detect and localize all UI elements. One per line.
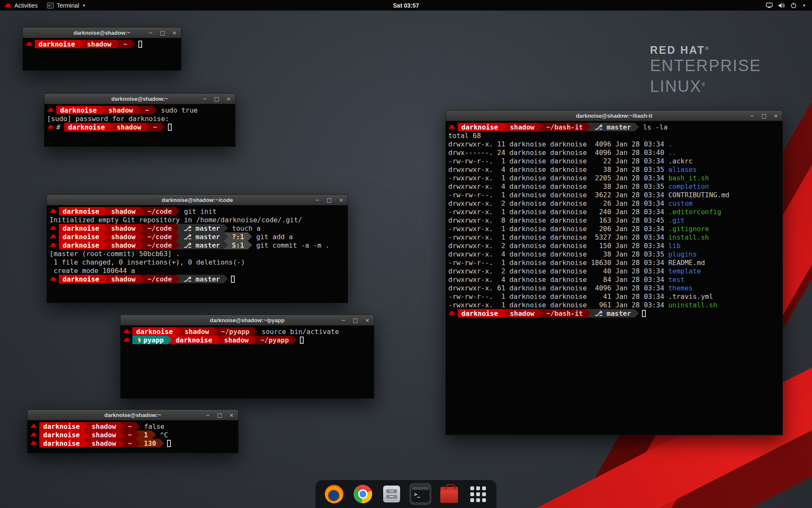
terminal-line: darknoiseshadow~/code⎇ master?:1 git add… — [49, 232, 345, 241]
minimize-button[interactable]: − — [202, 96, 208, 102]
terminal-text: -rw-rw-r--. 1 darknoise darknoise 18630 … — [448, 259, 668, 267]
powerline-arrow — [120, 439, 124, 447]
window-titlebar[interactable]: darknoise@shadow:~ − □ × — [27, 410, 238, 420]
powerline-arrow — [101, 106, 105, 114]
minimize-button[interactable]: − — [749, 113, 755, 119]
dock-item-app-grid[interactable] — [467, 483, 489, 505]
terminal-content[interactable]: darknoiseshadow~ falsedarknoiseshadow~1 … — [27, 420, 238, 449]
close-button[interactable]: × — [229, 412, 234, 418]
close-button[interactable]: × — [773, 113, 779, 119]
prompt-segment: shadow — [88, 431, 120, 439]
terminal-content[interactable]: darknoiseshadow~ sudo true[sudo] passwor… — [44, 104, 235, 133]
terminal-line: -rwxrwxr-x. 1 darknoise darknoise 2205 J… — [448, 174, 780, 182]
powerline-arrow — [176, 207, 180, 215]
terminal-text: README.md — [668, 259, 705, 267]
minimize-button[interactable]: − — [315, 197, 320, 203]
powerline-arrow — [253, 327, 258, 336]
close-button[interactable]: × — [226, 96, 231, 102]
terminal-content[interactable]: darknoiseshadow~ — [23, 38, 181, 50]
activities-button[interactable]: Activities — [0, 0, 42, 11]
powerline-arrow — [103, 232, 107, 241]
maximize-button[interactable]: □ — [160, 30, 165, 36]
maximize-button[interactable]: □ — [326, 197, 332, 203]
chevron-down-icon: ▼ — [802, 3, 806, 8]
powerline-arrow — [103, 224, 107, 232]
maximize-button[interactable]: □ — [353, 318, 358, 323]
minimize-button[interactable]: − — [148, 30, 154, 36]
close-button[interactable]: × — [365, 318, 370, 323]
powerline-arrow — [136, 422, 140, 431]
terminal-line: -rw-rw-r--. 1 darknoise darknoise 41 Jan… — [448, 292, 780, 301]
close-button[interactable]: × — [338, 197, 344, 203]
powerline-arrow — [161, 123, 165, 131]
terminal-content[interactable]: darknoiseshadow~/code git initInitialize… — [47, 205, 348, 285]
powerline-arrow — [587, 123, 591, 131]
prompt-segment: darknoise — [59, 232, 103, 241]
terminal-line: -rwxrwxr-x. 1 darknoise darknoise 240 Ja… — [448, 207, 780, 216]
window-title: darknoise@shadow:~ — [74, 30, 130, 36]
powerline-arrow — [109, 123, 113, 131]
prompt-segment: ~ — [124, 422, 136, 431]
display-icon — [766, 3, 773, 8]
dock-item-chrome[interactable] — [352, 483, 374, 505]
powerline-arrow — [153, 106, 157, 114]
powerline-arrow — [103, 275, 107, 283]
terminal-line: 1 file changed, 0 insertions(+), 0 delet… — [49, 258, 345, 266]
prompt-segment: darknoise — [172, 336, 216, 344]
redhat-logo-icon — [5, 3, 11, 8]
terminal-content[interactable]: darknoiseshadow~/bash-it⎇ master ls -lat… — [446, 121, 782, 319]
terminal-text: .. — [668, 149, 676, 157]
redhat-prompt-icon — [50, 225, 57, 231]
terminal-line: -rwxrwxr-x. 1 darknoise darknoise 206 Ja… — [448, 224, 780, 233]
window-titlebar[interactable]: darknoise@shadow:~/pyapp − □ × — [121, 315, 374, 326]
redhat-prompt-icon — [50, 234, 57, 240]
terminal-line: drwxrwxr-x. 4 darknoise darknoise 38 Jan… — [448, 165, 780, 174]
window-titlebar[interactable]: darknoise@shadow:~ − □ × — [23, 28, 181, 38]
dock-item-toolbox[interactable] — [438, 483, 460, 505]
clock[interactable]: Sat 03:57 — [393, 2, 419, 9]
volume-icon — [778, 3, 785, 8]
powerline-arrow — [502, 309, 506, 318]
redhat-prompt-icon — [123, 329, 130, 334]
prompt-segment: darknoise — [64, 123, 109, 131]
terminal-text: .gitignore — [668, 225, 709, 233]
terminal-cursor — [167, 440, 171, 447]
terminal-text: [master (root-commit) 50bcb63] . — [49, 250, 180, 258]
close-button[interactable]: × — [172, 30, 177, 36]
prompt-segment: shadow — [506, 123, 538, 131]
terminal-text: -rw-rw-r--. 1 darknoise darknoise 3622 J… — [448, 191, 668, 199]
maximize-button[interactable]: □ — [761, 113, 767, 119]
window-titlebar[interactable]: darknoise@shadow:~ − □ × — [44, 94, 235, 104]
prompt-segment: shadow — [107, 232, 140, 241]
powerline-arrow — [635, 309, 639, 318]
minimize-button[interactable]: − — [341, 318, 346, 323]
minimize-button[interactable]: − — [205, 412, 211, 418]
window-titlebar[interactable]: darknoise@shadow:~/bash-it − □ × — [446, 110, 782, 121]
terminal-text: Initialized empty Git repository in /hom… — [49, 216, 302, 224]
terminal-line: drwxrwxr-x. 4 darknoise darknoise 38 Jan… — [448, 182, 780, 190]
terminal-line: pyappdarknoiseshadow~/pyapp — [123, 336, 371, 344]
powerline-arrow — [224, 241, 228, 249]
system-status-area[interactable]: ▼ — [760, 2, 812, 8]
app-menu-terminal[interactable]: > Terminal ▼ — [42, 0, 91, 11]
terminal-text: drwxrwxr-x. 2 darknoise darknoise 150 Ja… — [448, 242, 668, 250]
maximize-button[interactable]: □ — [217, 412, 222, 418]
terminal-text: -rw-rw-r--. 1 darknoise darknoise 22 Jan… — [448, 157, 668, 165]
terminal-text: -rw-rw-r--. 1 darknoise darknoise 41 Jan… — [448, 293, 668, 301]
powerline-arrow — [140, 224, 144, 232]
terminal-text: -rwxrwxr-x. 1 darknoise darknoise 2205 J… — [448, 174, 668, 182]
terminal-content[interactable]: darknoiseshadow~/pyapp source bin/activa… — [121, 326, 374, 346]
terminal-line: darknoiseshadow~1 ^C — [30, 431, 236, 439]
dock-item-terminal[interactable]: >_ — [409, 483, 431, 505]
prompt-segment: ⎇ master — [180, 241, 224, 249]
maximize-button[interactable]: □ — [214, 96, 219, 102]
prompt-segment: darknoise — [59, 224, 103, 232]
dock-item-firefox[interactable] — [323, 483, 345, 505]
prompt-segment: shadow — [113, 123, 145, 131]
terminal-line: drwxrwxr-x. 4 darknoise darknoise 84 Jan… — [448, 275, 780, 284]
window-titlebar[interactable]: darknoise@shadow:~/code − □ × — [47, 195, 348, 205]
terminal-text: uninstall.sh — [668, 301, 717, 309]
dock-item-files[interactable] — [381, 483, 403, 505]
files-icon — [383, 486, 400, 502]
terminal-text: [sudo] password for darknoise: — [47, 115, 169, 123]
